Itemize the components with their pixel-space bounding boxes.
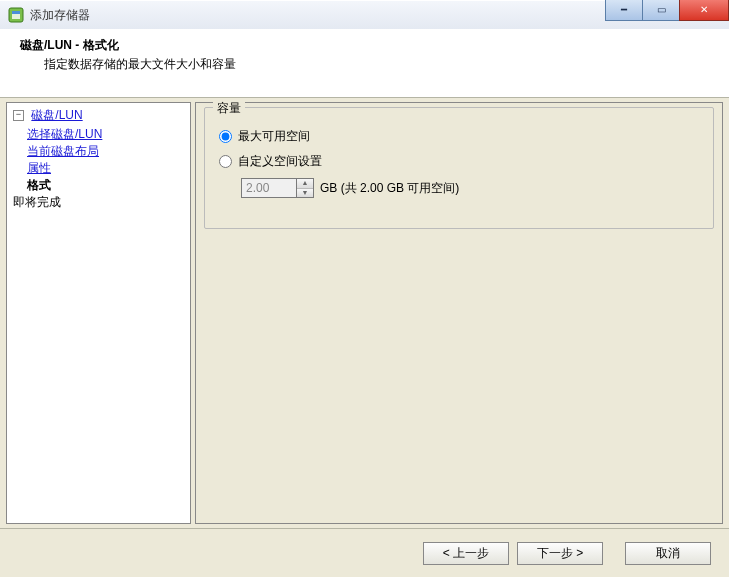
wizard-window: 添加存储器 ━ ▭ ✕ 磁盘/LUN - 格式化 指定数据存储的最大文件大小和容… [0,0,729,577]
wizard-header: 磁盘/LUN - 格式化 指定数据存储的最大文件大小和容量 [0,29,729,98]
window-title: 添加存储器 [30,7,90,24]
wizard-body: − 磁盘/LUN 选择磁盘/LUN 当前磁盘布局 属性 格式 即将完成 容量 最… [0,98,729,528]
svg-rect-2 [12,11,20,14]
next-button[interactable]: 下一步 > [517,542,603,565]
radio-max-label[interactable]: 最大可用空间 [238,128,310,145]
size-unit-label: GB (共 2.00 GB 可用空间) [320,180,459,197]
back-button[interactable]: < 上一步 [423,542,509,565]
app-icon [8,7,24,23]
custom-size-row: ▲ ▼ GB (共 2.00 GB 可用空间) [241,178,703,198]
nav-children: 选择磁盘/LUN 当前磁盘布局 属性 格式 即将完成 [27,126,190,211]
spinner-up-icon[interactable]: ▲ [297,179,313,189]
header-description: 指定数据存储的最大文件大小和容量 [44,56,729,73]
minimize-icon: ━ [621,5,627,15]
window-buttons: ━ ▭ ✕ [606,0,729,21]
radio-max-space[interactable] [219,130,232,143]
nav-item-current-layout[interactable]: 当前磁盘布局 [27,143,99,160]
tree-toggle-icon[interactable]: − [13,110,24,121]
nav-root-row: − 磁盘/LUN [7,107,190,124]
maximize-icon: ▭ [657,5,666,15]
wizard-nav: − 磁盘/LUN 选择磁盘/LUN 当前磁盘布局 属性 格式 即将完成 [6,102,191,524]
size-input[interactable] [241,178,297,198]
close-button[interactable]: ✕ [679,0,729,21]
header-title-dash: - [72,38,83,52]
radio-custom-space[interactable] [219,155,232,168]
nav-item-format: 格式 [27,178,51,192]
maximize-button[interactable]: ▭ [642,0,680,21]
radio-row-custom: 自定义空间设置 [219,153,703,170]
radio-row-max: 最大可用空间 [219,128,703,145]
radio-custom-label[interactable]: 自定义空间设置 [238,153,322,170]
wizard-main-panel: 容量 最大可用空间 自定义空间设置 ▲ [195,102,723,524]
spinner-buttons: ▲ ▼ [297,178,314,198]
header-title-main: 磁盘/LUN [20,38,72,52]
capacity-legend: 容量 [213,100,245,117]
cancel-button[interactable]: 取消 [625,542,711,565]
nav-item-ready: 即将完成 [13,195,61,209]
capacity-body: 最大可用空间 自定义空间设置 ▲ ▼ [205,108,713,208]
spinner-down-icon[interactable]: ▼ [297,189,313,198]
header-title-sub: 格式化 [83,38,119,52]
nav-item-properties[interactable]: 属性 [27,160,51,177]
titlebar: 添加存储器 ━ ▭ ✕ [0,0,729,29]
close-icon: ✕ [700,5,708,15]
minimize-button[interactable]: ━ [605,0,643,21]
wizard-footer: < 上一步 下一步 > 取消 [0,528,729,577]
capacity-groupbox: 容量 最大可用空间 自定义空间设置 ▲ [204,107,714,229]
nav-item-select-disk[interactable]: 选择磁盘/LUN [27,126,102,143]
size-spinner: ▲ ▼ [241,178,314,198]
nav-root-label[interactable]: 磁盘/LUN [31,108,82,122]
header-title: 磁盘/LUN - 格式化 [20,37,729,54]
